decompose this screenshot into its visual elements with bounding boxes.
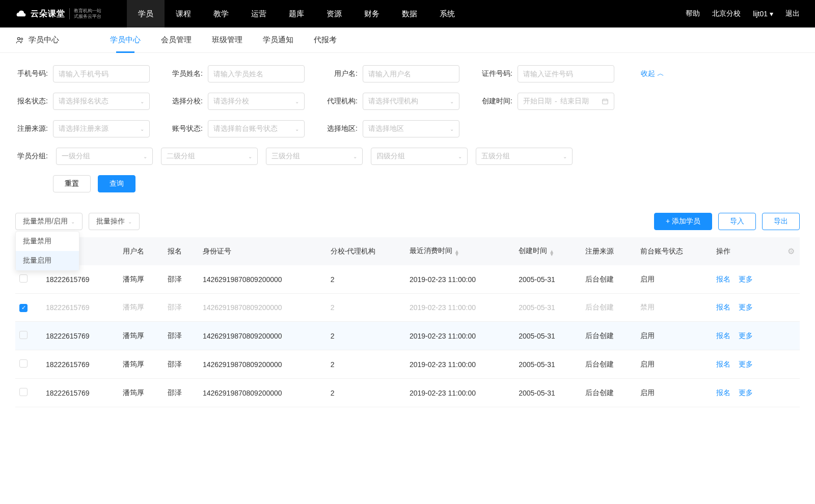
cell-username: 潘筠厚 bbox=[118, 265, 163, 294]
agency-select[interactable]: 请选择代理机构⌄ bbox=[363, 93, 459, 110]
cell-branch: 2 bbox=[325, 322, 404, 350]
main-menu-item[interactable]: 学员 bbox=[127, 0, 165, 27]
chevron-down-icon: ⌄ bbox=[248, 154, 252, 159]
main-menu-item[interactable]: 数据 bbox=[391, 0, 428, 27]
cell-phone: 18222615769 bbox=[41, 322, 118, 350]
batch-enable-item[interactable]: 批量启用 bbox=[16, 251, 79, 270]
sub-nav: 学员中心 学员中心会员管理班级管理学员通知代报考 bbox=[0, 27, 815, 53]
gear-icon[interactable]: ⚙ bbox=[787, 247, 795, 256]
row-signup-link[interactable]: 报名 bbox=[716, 275, 730, 284]
cell-signup: 邵泽 bbox=[162, 379, 198, 407]
group-select[interactable]: 三级分组⌄ bbox=[266, 148, 363, 165]
col-username: 用户名 bbox=[118, 237, 163, 265]
cloud-icon bbox=[15, 10, 26, 18]
cell-branch: 2 bbox=[325, 294, 404, 322]
col-idcard: 身份证号 bbox=[198, 237, 325, 265]
row-signup-link[interactable]: 报名 bbox=[716, 331, 730, 341]
search-button[interactable]: 查询 bbox=[98, 175, 135, 192]
sub-menu-item[interactable]: 代报考 bbox=[314, 27, 337, 53]
sub-menu-item[interactable]: 学员中心 bbox=[110, 27, 141, 53]
add-student-button[interactable]: + 添加学员 bbox=[654, 213, 712, 230]
main-menu-item[interactable]: 资源 bbox=[315, 0, 353, 27]
cell-regsource: 后台创建 bbox=[580, 322, 636, 350]
col-lastconsume[interactable]: 最近消费时间▲▼ bbox=[404, 237, 513, 265]
sub-menu-item[interactable]: 班级管理 bbox=[212, 27, 242, 53]
cell-createtime: 2005-05-31 bbox=[513, 322, 580, 350]
sub-menu-item[interactable]: 学员通知 bbox=[263, 27, 293, 53]
create-date-range[interactable]: 开始日期-结束日期 bbox=[518, 93, 614, 110]
group-select[interactable]: 二级分组⌄ bbox=[161, 148, 258, 165]
cell-signup: 邵泽 bbox=[162, 322, 198, 350]
col-createtime[interactable]: 创建时间▲▼ bbox=[513, 237, 580, 265]
group-select[interactable]: 五级分组⌄ bbox=[476, 148, 573, 165]
row-signup-link[interactable]: 报名 bbox=[716, 388, 730, 398]
chevron-down-icon: ⌄ bbox=[143, 154, 147, 159]
row-checkbox[interactable] bbox=[19, 274, 28, 283]
brand-name: 云朵课堂 bbox=[31, 9, 65, 19]
group-select[interactable]: 一级分组⌄ bbox=[56, 148, 153, 165]
sort-icon: ▲▼ bbox=[549, 250, 554, 256]
svg-point-0 bbox=[17, 37, 20, 40]
main-menu-item[interactable]: 课程 bbox=[165, 0, 202, 27]
row-signup-link[interactable]: 报名 bbox=[716, 303, 730, 312]
batch-ops-dropdown[interactable]: 批量操作⌄ bbox=[89, 213, 140, 230]
row-more-link[interactable]: 更多 bbox=[739, 360, 753, 369]
main-menu-item[interactable]: 运营 bbox=[240, 0, 278, 27]
sub-menu-item[interactable]: 会员管理 bbox=[161, 27, 192, 53]
main-menu-item[interactable]: 题库 bbox=[278, 0, 315, 27]
signup-select[interactable]: 请选择报名状态⌄ bbox=[53, 93, 150, 110]
cell-branch: 2 bbox=[325, 379, 404, 407]
cell-username: 潘筠厚 bbox=[118, 294, 163, 322]
row-checkbox[interactable]: ✓ bbox=[19, 304, 28, 312]
idcard-input[interactable] bbox=[518, 65, 614, 82]
region-select[interactable]: 请选择地区⌄ bbox=[363, 120, 459, 137]
accstatus-select[interactable]: 请选择前台账号状态⌄ bbox=[208, 120, 305, 137]
cell-createtime: 2005-05-31 bbox=[513, 379, 580, 407]
row-checkbox[interactable] bbox=[19, 331, 28, 339]
batch-disable-item[interactable]: 批量禁用 bbox=[16, 232, 79, 251]
cell-lastconsume: 2019-02-23 11:00:00 bbox=[404, 379, 513, 407]
chevron-down-icon: ⌄ bbox=[563, 154, 567, 159]
table-row: ✓18222615769潘筠厚邵泽14262919870809200000220… bbox=[15, 294, 800, 322]
main-menu-item[interactable]: 财务 bbox=[353, 0, 391, 27]
cell-signup: 邵泽 bbox=[162, 265, 198, 294]
col-accstatus: 前台账号状态 bbox=[635, 237, 711, 265]
main-menu-item[interactable]: 系统 bbox=[428, 0, 466, 27]
user-menu[interactable]: lijt01▾ bbox=[753, 10, 773, 18]
name-input[interactable] bbox=[208, 65, 305, 82]
main-menu-item[interactable]: 教学 bbox=[202, 0, 240, 27]
col-op: 操作 bbox=[711, 237, 782, 265]
sub-nav-title: 学员中心 bbox=[5, 35, 69, 45]
reset-button[interactable]: 重置 bbox=[53, 175, 91, 192]
chevron-down-icon: ⌄ bbox=[458, 154, 462, 159]
import-button[interactable]: 导入 bbox=[718, 213, 756, 230]
cell-createtime: 2005-05-31 bbox=[513, 294, 580, 322]
phone-input[interactable] bbox=[53, 65, 150, 82]
export-button[interactable]: 导出 bbox=[762, 213, 800, 230]
regsource-select[interactable]: 请选择注册来源⌄ bbox=[53, 120, 150, 137]
chevron-down-icon: ⌄ bbox=[450, 126, 454, 132]
cell-username: 潘筠厚 bbox=[118, 350, 163, 379]
row-more-link[interactable]: 更多 bbox=[739, 388, 753, 398]
filter-name: 学员姓名: bbox=[170, 65, 305, 82]
branch-link[interactable]: 北京分校 bbox=[712, 9, 741, 18]
row-checkbox[interactable] bbox=[19, 388, 28, 396]
row-more-link[interactable]: 更多 bbox=[739, 275, 753, 284]
batch-toggle-dropdown[interactable]: 批量禁用/启用⌄ bbox=[15, 213, 83, 230]
cell-username: 潘筠厚 bbox=[118, 379, 163, 407]
chevron-down-icon: ⌄ bbox=[128, 219, 132, 225]
collapse-toggle[interactable]: 收起 ︿ bbox=[641, 69, 664, 78]
cell-idcard: 14262919870809200000 bbox=[198, 350, 325, 379]
row-more-link[interactable]: 更多 bbox=[739, 331, 753, 341]
logout-link[interactable]: 退出 bbox=[785, 9, 800, 18]
group-row: 学员分组: 一级分组⌄二级分组⌄三级分组⌄四级分组⌄五级分组⌄ bbox=[15, 148, 800, 165]
help-link[interactable]: 帮助 bbox=[686, 9, 700, 18]
row-more-link[interactable]: 更多 bbox=[739, 303, 753, 312]
group-select[interactable]: 四级分组⌄ bbox=[371, 148, 468, 165]
cell-branch: 2 bbox=[325, 265, 404, 294]
row-signup-link[interactable]: 报名 bbox=[716, 360, 730, 369]
branch-select[interactable]: 请选择分校⌄ bbox=[208, 93, 305, 110]
cell-idcard: 14262919870809200000 bbox=[198, 265, 325, 294]
username-input[interactable] bbox=[363, 65, 459, 82]
row-checkbox[interactable] bbox=[19, 359, 28, 368]
